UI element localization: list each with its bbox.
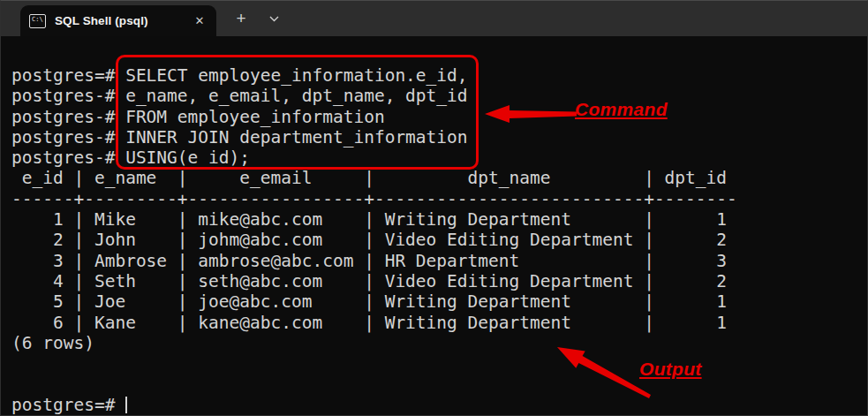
- terminal-line: 5 | Joe | joe@abc.com | Writing Departme…: [11, 291, 867, 312]
- terminal-line: postgres-# USING(e_id);: [11, 147, 867, 168]
- terminal-line: 6 | Kane | kane@abc.com | Writing Depart…: [11, 313, 867, 333]
- text-cursor: [125, 397, 127, 413]
- terminal-line: [11, 353, 867, 374]
- new-tab-button[interactable]: +: [223, 1, 259, 36]
- terminal-line: (6 rows): [11, 333, 867, 353]
- tab-sql-shell[interactable]: C:\ SQL Shell (psql) ✕: [20, 5, 216, 36]
- chevron-down-icon: [269, 16, 279, 22]
- terminal-line: postgres-# FROM employee_information: [11, 107, 867, 127]
- terminal-line: postgres-# e_name, e_email, dpt_name, dp…: [11, 86, 867, 106]
- terminal-line: 4 | Seth | seth@abc.com | Video Editing …: [11, 271, 867, 291]
- terminal-line: 3 | Ambrose | ambrose@abc.com | HR Depar…: [11, 251, 867, 271]
- terminal-text: postgres=# SELECT employee_information.e…: [11, 65, 867, 415]
- terminal-line: [11, 374, 867, 394]
- terminal-line: 1 | Mike | mike@abc.com | Writing Depart…: [11, 209, 867, 230]
- terminal-line: postgres=# SELECT employee_information.e…: [11, 65, 867, 86]
- terminal-line: e_id | e_name | e_email | dpt_name | dpt…: [11, 168, 867, 188]
- tab-dropdown-button[interactable]: [259, 1, 289, 36]
- terminal-window: C:\ SQL Shell (psql) ✕ + postgres=# SELE…: [0, 0, 868, 416]
- terminal-line: ------+---------+-----------------+-----…: [11, 189, 867, 209]
- tab-title: SQL Shell (psql): [55, 14, 148, 27]
- close-icon[interactable]: ✕: [192, 13, 208, 29]
- terminal-prompt-line: postgres=#: [11, 395, 867, 415]
- terminal-icon: C:\: [29, 14, 46, 28]
- terminal-line: 2 | John | johm@abc.com | Video Editing …: [11, 230, 867, 250]
- terminal-output[interactable]: postgres=# SELECT employee_information.e…: [1, 36, 867, 415]
- tab-bar: C:\ SQL Shell (psql) ✕ +: [1, 1, 867, 36]
- terminal-line: postgres-# INNER JOIN department_informa…: [11, 127, 867, 147]
